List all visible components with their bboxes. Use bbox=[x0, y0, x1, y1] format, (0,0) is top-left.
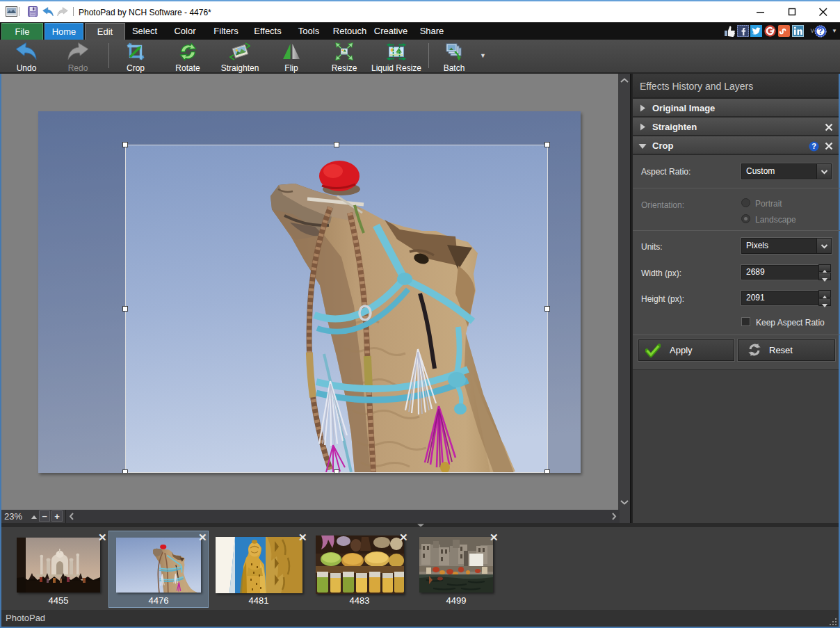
svg-text:?: ? bbox=[818, 26, 823, 36]
svg-text:?: ? bbox=[811, 142, 816, 150]
